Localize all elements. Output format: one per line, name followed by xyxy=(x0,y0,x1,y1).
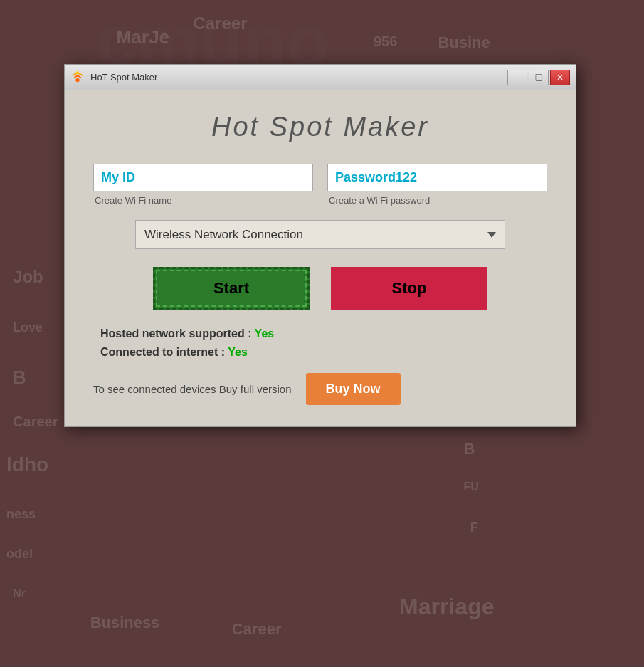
start-button[interactable]: Start xyxy=(153,267,310,310)
minimize-button[interactable]: — xyxy=(507,70,527,85)
wifi-name-label: Create Wi Fi name xyxy=(93,195,313,206)
maximize-button[interactable]: ❑ xyxy=(529,70,549,85)
buy-now-button[interactable]: Buy Now xyxy=(306,373,401,405)
svg-point-1 xyxy=(76,71,79,74)
close-button[interactable]: ✕ xyxy=(550,70,570,85)
window-title: HoT Spot Maker xyxy=(90,72,507,83)
buy-section: To see connected devices Buy full versio… xyxy=(93,373,547,405)
dropdown-row: Wireless Network Connection Local Area C… xyxy=(93,220,547,249)
internet-status: Connected to internet : Yes xyxy=(100,346,547,359)
app-title: Hot Spot Maker xyxy=(93,112,547,142)
buttons-row: Start Stop xyxy=(93,267,547,310)
wifi-name-group: Create Wi Fi name xyxy=(93,164,313,206)
hosted-network-label: Hosted network supported : xyxy=(100,327,255,340)
wifi-name-input[interactable] xyxy=(93,164,313,191)
hosted-network-value: Yes xyxy=(255,327,275,340)
wifi-password-label: Create a Wi Fi password xyxy=(327,195,547,206)
buy-text: To see connected devices Buy full versio… xyxy=(93,383,292,395)
title-bar: HoT Spot Maker — ❑ ✕ xyxy=(64,64,576,90)
wifi-password-input[interactable] xyxy=(327,164,547,191)
network-dropdown[interactable]: Wireless Network Connection Local Area C… xyxy=(135,220,505,249)
window-body: Hot Spot Maker Create Wi Fi name Create … xyxy=(64,90,576,427)
app-icon xyxy=(70,70,85,85)
hosted-network-status: Hosted network supported : Yes xyxy=(100,327,547,340)
status-section: Hosted network supported : Yes Connected… xyxy=(93,327,547,359)
svg-point-0 xyxy=(75,78,79,81)
application-window: HoT Spot Maker — ❑ ✕ Hot Spot Maker Crea… xyxy=(64,64,576,427)
stop-button[interactable]: Stop xyxy=(331,267,487,310)
internet-label: Connected to internet : xyxy=(100,346,228,358)
internet-value: Yes xyxy=(228,346,248,358)
wifi-password-group: Create a Wi Fi password xyxy=(327,164,547,206)
window-controls: — ❑ ✕ xyxy=(507,70,570,85)
fields-row: Create Wi Fi name Create a Wi Fi passwor… xyxy=(93,164,547,206)
